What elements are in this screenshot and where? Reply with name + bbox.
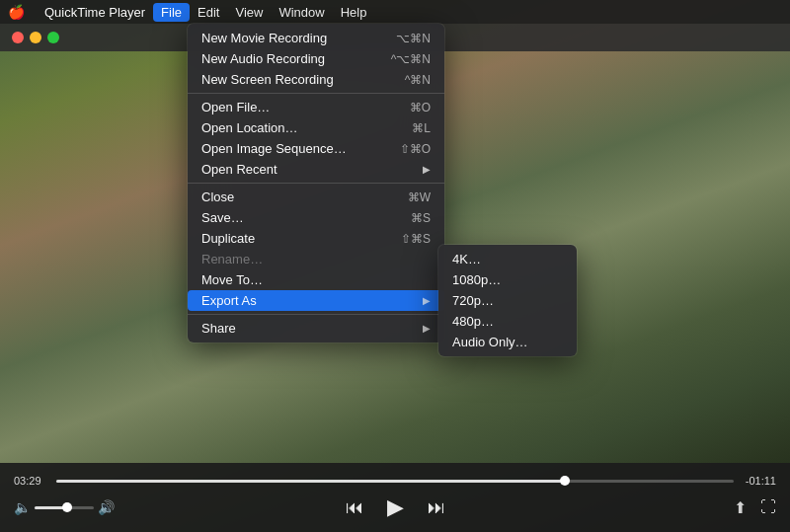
menu-item-label: 4K… <box>452 252 481 266</box>
controls-bar: 03:29 -01:11 🔈 🔊 ⏮ ▶ ⏭ ⬆ ⛶ <box>0 463 790 532</box>
menu-item-label: Export As <box>201 293 257 308</box>
separator-2 <box>188 183 444 184</box>
menu-item-move-to[interactable]: Move To… <box>188 269 444 290</box>
menu-item-save[interactable]: Save… ⌘S <box>188 207 444 228</box>
fast-forward-button[interactable]: ⏭ <box>428 497 445 518</box>
menu-item-label: New Movie Recording <box>201 31 327 45</box>
menu-shortcut: ⌘O <box>410 101 431 114</box>
menu-item-export-4k[interactable]: 4K… <box>438 249 577 269</box>
menu-item-duplicate[interactable]: Duplicate ⇧⌘S <box>188 228 444 249</box>
menu-item-label: Open Recent <box>201 162 277 177</box>
time-elapsed: 03:29 <box>14 475 48 487</box>
menu-shortcut: ⌘W <box>408 190 431 204</box>
menu-bar: 🍎 QuickTime Player File Edit View Window… <box>0 0 790 24</box>
progress-track[interactable] <box>56 480 734 483</box>
menu-item-label: Share <box>201 321 236 336</box>
close-button[interactable] <box>12 32 24 43</box>
menu-shortcut: ^⌥⌘N <box>391 52 431 66</box>
separator-1 <box>188 93 444 94</box>
menu-item-new-movie-recording[interactable]: New Movie Recording ⌥⌘N <box>188 28 444 48</box>
play-button[interactable]: ▶ <box>387 494 404 520</box>
volume-thumb[interactable] <box>62 502 72 512</box>
submenu-arrow-icon: ▶ <box>423 323 431 334</box>
submenu-arrow-icon: ▶ <box>423 295 431 306</box>
menu-item-export-720p[interactable]: 720p… <box>438 290 577 311</box>
menu-item-open-image-sequence[interactable]: Open Image Sequence… ⇧⌘O <box>188 138 444 159</box>
rewind-button[interactable]: ⏮ <box>346 497 363 518</box>
buttons-row: 🔈 🔊 ⏮ ▶ ⏭ ⬆ ⛶ <box>0 494 790 520</box>
menu-item-label: Open File… <box>201 100 270 114</box>
menu-item-label: Save… <box>201 210 244 225</box>
menu-quicktime-player[interactable]: QuickTime Player <box>37 3 153 22</box>
menu-item-label: 1080p… <box>452 272 501 287</box>
menu-item-export-as[interactable]: Export As ▶ <box>188 290 444 311</box>
menu-item-label: Open Image Sequence… <box>201 141 347 156</box>
fullscreen-icon[interactable]: ⛶ <box>760 498 776 516</box>
menu-shortcut: ⇧⌘S <box>401 232 431 246</box>
menu-item-share[interactable]: Share ▶ <box>188 318 444 339</box>
menu-item-label: 720p… <box>452 293 494 308</box>
menu-file[interactable]: File <box>153 3 190 22</box>
menu-shortcut: ^⌘N <box>405 73 431 87</box>
time-remaining: -01:11 <box>742 475 776 487</box>
menu-item-label: Duplicate <box>201 231 255 246</box>
menu-shortcut: ⌘L <box>412 121 431 135</box>
volume-track[interactable] <box>35 506 94 509</box>
menu-item-export-480p[interactable]: 480p… <box>438 311 577 332</box>
menu-item-label: 480p… <box>452 314 494 329</box>
menu-shortcut: ⌥⌘N <box>396 32 431 45</box>
progress-row: 03:29 -01:11 <box>0 475 790 487</box>
volume-high-icon: 🔊 <box>98 499 115 515</box>
menu-item-new-screen-recording[interactable]: New Screen Recording ^⌘N <box>188 69 444 90</box>
menu-item-label: Move To… <box>201 272 263 287</box>
apple-menu[interactable]: 🍎 <box>8 4 25 20</box>
center-controls: ⏮ ▶ ⏭ <box>346 494 445 520</box>
progress-fill <box>56 480 565 483</box>
menu-shortcut: ⇧⌘O <box>400 142 431 156</box>
share-icon[interactable]: ⬆ <box>734 498 747 517</box>
volume-area: 🔈 🔊 <box>14 499 115 515</box>
progress-thumb[interactable] <box>560 476 570 486</box>
menu-item-open-location[interactable]: Open Location… ⌘L <box>188 117 444 138</box>
menu-item-label: Close <box>201 190 234 204</box>
volume-icon: 🔈 <box>14 499 31 515</box>
right-controls: ⬆ ⛶ <box>734 498 776 517</box>
menu-item-export-1080p[interactable]: 1080p… <box>438 269 577 290</box>
menu-edit[interactable]: Edit <box>190 3 227 22</box>
menu-help[interactable]: Help <box>333 3 375 22</box>
separator-3 <box>188 314 444 315</box>
menu-item-label: Audio Only… <box>452 335 528 349</box>
menu-item-new-audio-recording[interactable]: New Audio Recording ^⌥⌘N <box>188 48 444 69</box>
menu-item-rename[interactable]: Rename… <box>188 249 444 269</box>
menu-view[interactable]: View <box>227 3 271 22</box>
menu-item-label: Open Location… <box>201 120 298 135</box>
menu-shortcut: ⌘S <box>411 211 431 225</box>
menu-item-export-audio-only[interactable]: Audio Only… <box>438 332 577 352</box>
menu-item-label: New Screen Recording <box>201 72 334 87</box>
submenu-arrow-icon: ▶ <box>423 164 431 175</box>
menu-item-label: New Audio Recording <box>201 51 325 66</box>
maximize-button[interactable] <box>47 32 59 43</box>
minimize-button[interactable] <box>30 32 41 43</box>
menu-window[interactable]: Window <box>271 3 332 22</box>
menu-item-open-file[interactable]: Open File… ⌘O <box>188 97 444 117</box>
menu-item-close[interactable]: Close ⌘W <box>188 187 444 207</box>
menu-item-open-recent[interactable]: Open Recent ▶ <box>188 159 444 180</box>
export-as-submenu: 4K… 1080p… 720p… 480p… Audio Only… <box>438 245 577 356</box>
file-menu-dropdown: New Movie Recording ⌥⌘N New Audio Record… <box>188 24 444 342</box>
traffic-lights <box>12 32 59 43</box>
menu-item-label: Rename… <box>201 252 263 266</box>
